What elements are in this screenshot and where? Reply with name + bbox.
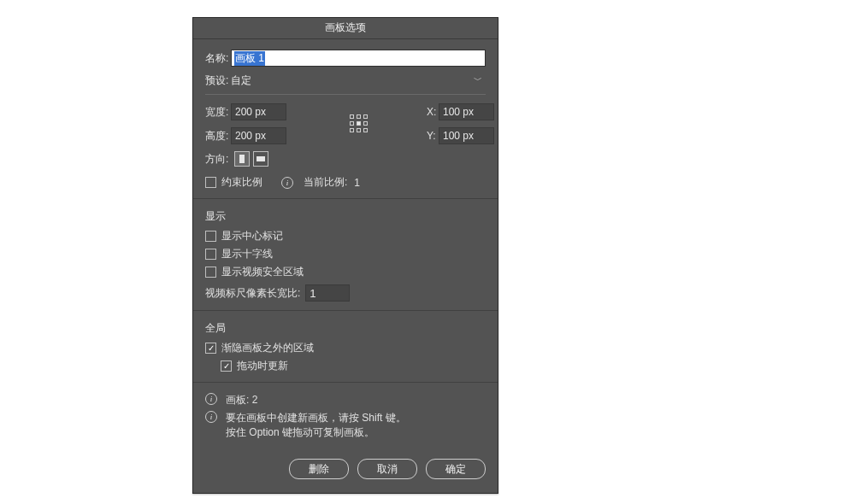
dimensions-grid: 宽度: X: 高度: Y: (205, 103, 486, 144)
x-label: X: (427, 106, 439, 118)
divider-3 (193, 382, 498, 383)
preset-value: 自定 (231, 73, 251, 88)
refpoint-tr[interactable] (363, 114, 368, 119)
current-ratio-value: 1 (354, 177, 360, 189)
refpoint-tc[interactable] (357, 114, 361, 119)
y-label: Y: (427, 130, 439, 142)
width-input[interactable] (231, 103, 286, 120)
info-artboards-row: i 画板: 2 (205, 393, 486, 407)
orientation-label: 方向: (205, 152, 231, 167)
refpoint-bl[interactable] (350, 128, 354, 132)
preset-dropdown[interactable]: 自定 ﹀ (231, 72, 486, 89)
preset-label: 预设: (205, 73, 231, 88)
display-section-title: 显示 (205, 209, 486, 224)
show-video-label: 显示视频安全区域 (221, 265, 304, 279)
name-input[interactable]: 画板 1 (231, 50, 486, 67)
constrain-label: 约束比例 (221, 175, 262, 190)
name-row: 名称: 画板 1 (205, 50, 486, 67)
info-hint-line2: 按住 Option 键拖动可复制画板。 (226, 426, 374, 438)
video-ratio-input[interactable] (305, 284, 350, 302)
height-input[interactable] (231, 127, 286, 144)
show-center-row: 显示中心标记 (205, 229, 486, 243)
refpoint-bc[interactable] (357, 128, 361, 132)
refpoint-mr[interactable] (363, 121, 368, 126)
update-drag-label: 拖动时更新 (237, 359, 288, 373)
portrait-icon (239, 155, 245, 163)
current-ratio-label: 当前比例: (304, 175, 347, 190)
constrain-row: 约束比例 i 当前比例: 1 (205, 175, 486, 190)
preset-row: 预设: 自定 ﹀ (205, 72, 486, 95)
info-artboards-label: 画板: (226, 394, 249, 406)
chevron-down-icon: ﹀ (474, 74, 482, 86)
fade-outside-checkbox[interactable] (205, 343, 216, 354)
show-video-checkbox[interactable] (205, 267, 216, 278)
orientation-landscape-button[interactable] (253, 151, 268, 167)
divider-1 (193, 198, 498, 199)
refpoint-ml[interactable] (350, 121, 354, 126)
cancel-button[interactable]: 取消 (357, 459, 417, 479)
landscape-icon (256, 156, 265, 161)
video-ratio-label: 视频标尺像素长宽比: (205, 286, 300, 301)
info-icon: i (281, 177, 293, 189)
dialog-title: 画板选项 (193, 18, 498, 39)
orientation-row: 方向: (205, 151, 486, 167)
update-drag-row: 拖动时更新 (221, 359, 486, 373)
show-center-checkbox[interactable] (205, 231, 216, 242)
show-cross-label: 显示十字线 (221, 247, 273, 261)
fade-outside-label: 渐隐画板之外的区域 (221, 341, 314, 355)
orientation-portrait-button[interactable] (234, 151, 250, 167)
name-value: 画板 1 (234, 51, 265, 66)
reference-point-selector[interactable] (350, 114, 369, 133)
y-input[interactable] (439, 127, 494, 144)
divider-2 (193, 310, 498, 311)
name-label: 名称: (205, 51, 231, 66)
update-drag-checkbox[interactable] (221, 360, 232, 372)
video-ratio-row: 视频标尺像素长宽比: (205, 284, 486, 302)
show-cross-checkbox[interactable] (205, 249, 216, 260)
x-input[interactable] (439, 103, 494, 120)
button-row: 删除 取消 确定 (205, 443, 486, 479)
delete-button[interactable]: 删除 (289, 459, 349, 479)
show-center-label: 显示中心标记 (221, 229, 283, 243)
constrain-checkbox[interactable] (205, 177, 216, 188)
global-section-title: 全局 (205, 321, 486, 336)
ok-button[interactable]: 确定 (426, 459, 486, 479)
info-hint-text: 要在画板中创建新画板，请按 Shift 键。 按住 Option 键拖动可复制画… (226, 411, 406, 440)
show-video-row: 显示视频安全区域 (205, 265, 486, 279)
fade-outside-row: 渐隐画板之外的区域 (205, 341, 486, 355)
info-artboards-count: 2 (252, 394, 258, 406)
refpoint-tl[interactable] (350, 114, 354, 119)
artboard-options-dialog: 画板选项 名称: 画板 1 预设: 自定 ﹀ 宽度: (192, 17, 498, 494)
refpoint-center[interactable] (357, 121, 361, 126)
width-label: 宽度: (205, 105, 231, 120)
refpoint-br[interactable] (363, 128, 368, 132)
info-icon: i (205, 411, 217, 423)
show-cross-row: 显示十字线 (205, 247, 486, 261)
height-label: 高度: (205, 129, 231, 144)
info-icon: i (205, 393, 217, 405)
info-hint-row: i 要在画板中创建新画板，请按 Shift 键。 按住 Option 键拖动可复… (205, 411, 486, 440)
info-hint-line1: 要在画板中创建新画板，请按 Shift 键。 (226, 412, 406, 424)
dialog-body: 名称: 画板 1 预设: 自定 ﹀ 宽度: (193, 39, 498, 493)
